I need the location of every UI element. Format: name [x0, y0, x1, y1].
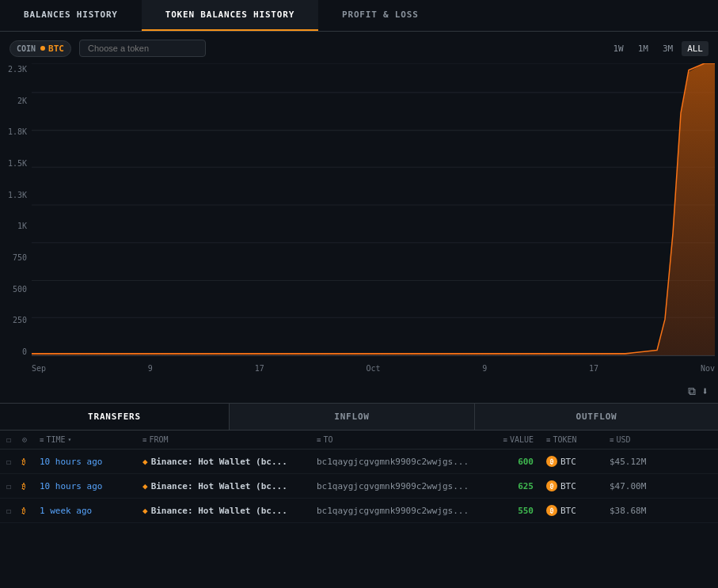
row1-token-label: BTC	[560, 457, 576, 467]
coin-label: COIN	[17, 44, 36, 53]
tab-balances-history[interactable]: BALANCES HISTORY	[0, 0, 142, 31]
chart-toolbar: ⧉ ⬇	[0, 380, 718, 403]
row2-checkbox[interactable]: ☐	[0, 481, 16, 491]
usd-filter-icon: ≡	[610, 436, 614, 444]
y-axis: 0 250 500 750 1K 1.3K 1.5K 1.8K 2K 2.3K	[0, 63, 30, 356]
table-tab-inflow[interactable]: INFLOW	[230, 404, 475, 430]
row2-btc-token-icon: ₿	[546, 480, 557, 491]
checkbox-icon: ☐	[6, 435, 11, 444]
x-label-17b: 17	[589, 364, 598, 373]
th-value-label: VALUE	[510, 435, 534, 444]
table-header: ☐ ⊙ ≡ TIME ▾ ≡ FROM ≡ TO ≡ VALUE ≡ TOKEN…	[0, 431, 718, 450]
time-btn-1w[interactable]: 1W	[607, 41, 629, 56]
row1-to: bc1qaygjcgvgmnk9909c2wwjgs...	[310, 457, 477, 467]
x-label-9a: 9	[148, 364, 153, 373]
y-label-1.8k: 1.8K	[0, 127, 27, 136]
row3-usd: $38.68M	[603, 506, 718, 516]
row3-token: ₿ BTC	[540, 505, 603, 516]
y-label-250: 250	[0, 316, 27, 324]
th-from[interactable]: ≡ FROM	[136, 435, 310, 444]
time-btn-all[interactable]: ALL	[682, 41, 709, 56]
row3-link[interactable]: ₿	[16, 506, 33, 516]
row2-from-diamond: ◆	[142, 481, 148, 491]
time-btn-3m[interactable]: 3M	[657, 41, 678, 56]
table-row: ☐ ₿ 1 week ago ◆ Binance: Hot Wallet (bc…	[0, 499, 718, 523]
x-label-9b: 9	[482, 364, 487, 373]
row1-time[interactable]: 10 hours ago	[33, 457, 136, 467]
th-from-label: FROM	[149, 435, 168, 444]
coin-value: BTC	[48, 44, 64, 54]
token-select-input[interactable]	[79, 40, 206, 57]
th-checkbox: ☐	[0, 435, 16, 444]
row1-value: 600	[477, 457, 540, 467]
chart-wrapper: 0 250 500 750 1K 1.3K 1.5K 1.8K 2K 2.3K	[0, 63, 718, 380]
chart-controls: COIN BTC 1W 1M 3M ALL	[0, 40, 718, 63]
row3-checkbox[interactable]: ☐	[0, 506, 16, 516]
y-label-1k: 1K	[0, 222, 27, 230]
row1-from-diamond: ◆	[142, 457, 148, 467]
y-label-1.3k: 1.3K	[0, 191, 27, 199]
download-chart-button[interactable]: ⬇	[702, 385, 709, 398]
row1-checkbox[interactable]: ☐	[0, 457, 16, 467]
copy-chart-button[interactable]: ⧉	[688, 385, 696, 398]
row1-usd: $45.12M	[603, 457, 718, 467]
token-filter-icon: ≡	[546, 436, 550, 444]
chart-svg-area	[32, 63, 715, 356]
table-tabs: TRANSFERS INFLOW OUTFLOW	[0, 404, 718, 431]
x-label-nov: Nov	[701, 364, 715, 373]
y-label-0: 0	[0, 347, 27, 356]
th-token[interactable]: ≡ TOKEN	[540, 435, 603, 444]
row2-from-label[interactable]: Binance: Hot Wallet (bc...	[151, 481, 287, 491]
x-label-oct: Oct	[366, 364, 380, 373]
y-label-750: 750	[0, 253, 27, 262]
th-usd-label: USD	[616, 435, 630, 444]
row3-value: 550	[477, 506, 540, 516]
th-time-label: TIME	[46, 435, 65, 444]
row1-from-label[interactable]: Binance: Hot Wallet (bc...	[151, 457, 287, 467]
chart-area-fill	[32, 63, 715, 355]
row3-from-diamond: ◆	[142, 506, 148, 516]
th-token-label: TOKEN	[553, 435, 576, 444]
row2-link[interactable]: ₿	[16, 481, 33, 491]
from-filter-icon: ≡	[142, 436, 146, 444]
x-label-sep: Sep	[32, 364, 46, 373]
value-filter-icon: ≡	[503, 436, 507, 444]
link-icon: ⊙	[22, 435, 27, 444]
row3-time[interactable]: 1 week ago	[33, 506, 136, 516]
row2-to: bc1qaygjcgvgmnk9909c2wwjgs...	[310, 481, 477, 491]
coin-badge[interactable]: COIN BTC	[9, 40, 71, 57]
row2-value: 625	[477, 481, 540, 491]
row2-from: ◆ Binance: Hot Wallet (bc...	[136, 481, 310, 491]
row2-time[interactable]: 10 hours ago	[33, 481, 136, 491]
table-tab-transfers[interactable]: TRANSFERS	[0, 404, 230, 430]
row1-btc-icon: ₿	[22, 457, 26, 466]
to-filter-icon: ≡	[317, 436, 321, 444]
tab-bar: BALANCES HISTORY TOKEN BALANCES HISTORY …	[0, 0, 718, 32]
th-time[interactable]: ≡ TIME ▾	[33, 435, 136, 444]
table-section: TRANSFERS INFLOW OUTFLOW ☐ ⊙ ≡ TIME ▾ ≡ …	[0, 403, 718, 523]
y-label-1.5k: 1.5K	[0, 159, 27, 168]
row1-link[interactable]: ₿	[16, 457, 33, 467]
row3-btc-token-icon: ₿	[546, 505, 557, 516]
row1-btc-token-icon: ₿	[546, 456, 557, 467]
th-usd[interactable]: ≡ USD	[603, 435, 718, 444]
y-label-2k: 2K	[0, 97, 27, 105]
row3-from-label[interactable]: Binance: Hot Wallet (bc...	[151, 506, 287, 516]
y-label-500: 500	[0, 285, 27, 294]
tab-profit-loss[interactable]: PROFIT & LOSS	[318, 0, 443, 31]
x-label-17a: 17	[255, 364, 264, 373]
time-btn-1m[interactable]: 1M	[633, 41, 654, 56]
coin-dot	[40, 46, 45, 51]
chart-section: COIN BTC 1W 1M 3M ALL 0 250 500 750 1K 1…	[0, 32, 718, 403]
th-to[interactable]: ≡ TO	[310, 435, 477, 444]
th-to-label: TO	[323, 435, 332, 444]
row3-from: ◆ Binance: Hot Wallet (bc...	[136, 506, 310, 516]
th-link: ⊙	[16, 435, 33, 444]
th-value[interactable]: ≡ VALUE	[477, 435, 540, 444]
row2-token: ₿ BTC	[540, 480, 603, 491]
row3-token-label: BTC	[560, 506, 576, 516]
row3-to: bc1qaygjcgvgmnk9909c2wwjgs...	[310, 506, 477, 516]
chart-line	[32, 63, 715, 354]
tab-token-balances-history[interactable]: TOKEN BALANCES HISTORY	[142, 0, 318, 31]
table-tab-outflow[interactable]: OUTFLOW	[475, 404, 718, 430]
